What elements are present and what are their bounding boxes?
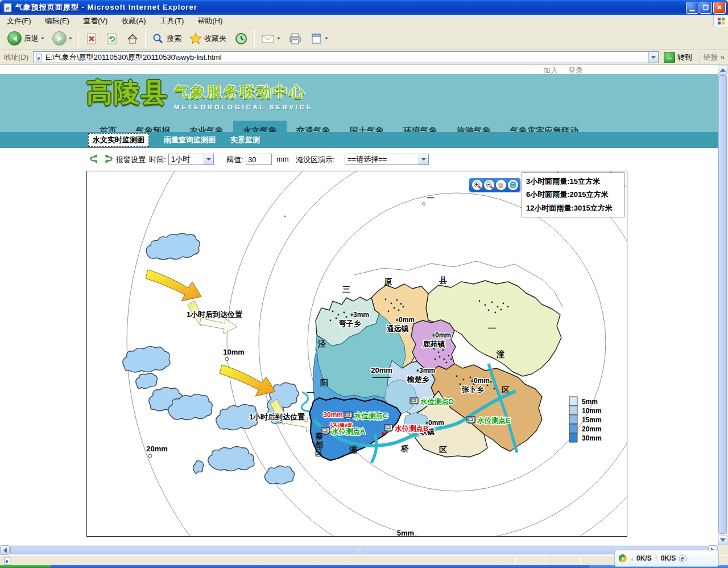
horizontal-scroll-thumb[interactable] xyxy=(10,546,708,554)
menu-tools[interactable]: 工具(T) xyxy=(153,15,191,27)
neighbor-label: 阳 xyxy=(320,378,328,387)
town-rain-gengzhen: 0mm xyxy=(428,419,444,427)
storm-motion-arrows xyxy=(146,270,275,396)
globe-icon[interactable] xyxy=(508,180,518,190)
ring-label-5mm: 5mm xyxy=(397,529,414,536)
go-label: 转到 xyxy=(677,52,692,63)
menu-view[interactable]: 查看(V) xyxy=(76,15,114,27)
zoom-in-icon[interactable] xyxy=(472,180,482,190)
windows-logo-icon xyxy=(713,15,728,27)
threshold-input[interactable]: 30 xyxy=(246,154,272,165)
back-icon xyxy=(7,31,22,46)
subnav-realtime-monitor[interactable]: 水文实时监测图 xyxy=(88,133,149,147)
mail-button[interactable] xyxy=(257,31,284,46)
download-arrow-icon: ↓ xyxy=(630,554,634,562)
menu-help[interactable]: 帮助(H) xyxy=(191,15,229,27)
links-zone[interactable]: 链接 » xyxy=(700,51,728,64)
back-button[interactable]: 后退 xyxy=(3,30,48,47)
zoom-out-icon[interactable] xyxy=(484,180,494,190)
logo-county-text: 高陵县 xyxy=(86,77,168,107)
start-button[interactable] xyxy=(0,565,51,568)
menu-edit[interactable]: 编辑(E) xyxy=(38,15,76,27)
neighbor-label: 泾 xyxy=(317,339,326,348)
unit-label: mm xyxy=(276,155,289,163)
go-button[interactable]: → 转到 xyxy=(662,51,696,64)
home-button[interactable] xyxy=(122,31,143,47)
desktop-root: e 气象预报页面原型 - Microsoft Internet Explorer… xyxy=(0,0,728,568)
neighbor-label: 县 xyxy=(439,275,447,285)
close-button[interactable]: ✕ xyxy=(713,2,726,14)
print-button[interactable] xyxy=(284,31,306,47)
legend-label: 20mm xyxy=(582,425,602,433)
links-label: 链接 xyxy=(704,52,718,63)
time-select-arrow-icon xyxy=(204,154,213,164)
history-button[interactable] xyxy=(230,30,252,47)
scroll-down-button[interactable] xyxy=(718,536,727,545)
alarm-settings-label: 报警设置 xyxy=(116,155,146,165)
back-caret-icon xyxy=(41,38,44,41)
favorites-star-icon xyxy=(189,32,202,45)
flood-demo-select[interactable]: ==请选择== xyxy=(345,154,429,165)
pager-arrows[interactable] xyxy=(89,154,114,164)
town-rain-yuchu: 3mm xyxy=(419,367,435,374)
ring-label-20mm: 20mm xyxy=(146,444,168,453)
address-dropdown-button[interactable] xyxy=(648,52,658,63)
time-select[interactable]: 1小时 xyxy=(168,154,214,165)
station-A[interactable]: 水位测点A xyxy=(321,427,365,435)
legend-label: 5mm xyxy=(582,398,598,406)
station-C-label: 水位测点C xyxy=(354,412,388,420)
forward-button[interactable] xyxy=(48,30,76,47)
legend-swatch xyxy=(569,415,577,424)
station-C[interactable]: 水位测点C xyxy=(344,412,388,420)
address-input[interactable]: e E:\气象台\原型20110530\原型20110530\swyb-list… xyxy=(33,51,659,63)
restore-button[interactable]: ❐ xyxy=(700,2,712,14)
edit-button[interactable] xyxy=(306,31,332,47)
toolbar-separator xyxy=(254,30,255,48)
ie-app-icon: e xyxy=(3,3,13,13)
site-logo: 高陵县 气象服务联动中心 METEOROLOGICAL SERVICE xyxy=(86,77,313,110)
flood-demo-label: 淹没区演示: xyxy=(296,155,335,165)
back-label: 后退 xyxy=(24,34,39,44)
window-titlebar[interactable]: e 气象预报页面原型 - Microsoft Internet Explorer… xyxy=(0,0,728,15)
speed-app-icon xyxy=(618,554,627,563)
hydrology-map[interactable]: 1小时后到达位置 1小时后到达位置 xyxy=(86,171,627,537)
page-favicon: e xyxy=(35,53,43,61)
horizontal-scrollbar[interactable] xyxy=(0,545,718,555)
vertical-scrollbar[interactable] xyxy=(718,65,728,545)
scroll-up-button[interactable] xyxy=(718,65,727,75)
summary-3h: 3小时面雨量:15立方米 xyxy=(526,176,620,187)
search-label: 搜索 xyxy=(167,34,181,44)
menu-file[interactable]: 文件(F) xyxy=(0,15,38,27)
edit-page-icon xyxy=(310,32,322,45)
scroll-left-button[interactable] xyxy=(0,545,10,555)
map-toolbar xyxy=(469,178,520,192)
subnav-rain-query[interactable]: 雨量查询监测图 xyxy=(164,135,216,145)
neighbor-label: 区 xyxy=(502,385,510,394)
subnav-live-view[interactable]: 实景监测 xyxy=(230,135,260,145)
vertical-scroll-thumb[interactable] xyxy=(718,75,727,534)
neighbor-label: 区 xyxy=(439,445,447,454)
prev-arrow-icon xyxy=(90,155,97,163)
speed-monitor-gadget[interactable]: ↓ 0K/S ↑ 0K/S e xyxy=(614,550,719,567)
stop-button[interactable] xyxy=(81,31,102,47)
pan-hand-icon[interactable] xyxy=(496,180,506,190)
neighbor-label: 一 xyxy=(307,388,315,397)
ring-marker-icon xyxy=(148,454,152,458)
menu-favorites[interactable]: 收藏(A) xyxy=(114,15,152,27)
town-rain-jingwei: 30mm xyxy=(323,411,343,419)
station-E[interactable]: 水位测点E xyxy=(467,417,510,425)
browser-toolbar: 后退 xyxy=(0,27,728,50)
favorites-button[interactable]: 收藏夹 xyxy=(185,31,230,47)
refresh-button[interactable] xyxy=(102,31,122,47)
ring-label-10mm: 10mm xyxy=(223,348,245,356)
neighbor-label: 秦 xyxy=(315,431,324,441)
minimize-button[interactable]: ▁ xyxy=(686,2,698,14)
station-A-label: 水位测点A xyxy=(331,427,365,435)
search-button[interactable]: 搜索 xyxy=(148,31,185,47)
tiny-marker-icon xyxy=(284,216,286,217)
neighbor-label: 灞 xyxy=(349,445,357,454)
time-select-value: 1小时 xyxy=(169,154,204,164)
upload-speed: 0K/S xyxy=(661,554,676,562)
legend-label: 15mm xyxy=(582,416,602,424)
station-D[interactable]: 水位测点D xyxy=(410,398,454,406)
